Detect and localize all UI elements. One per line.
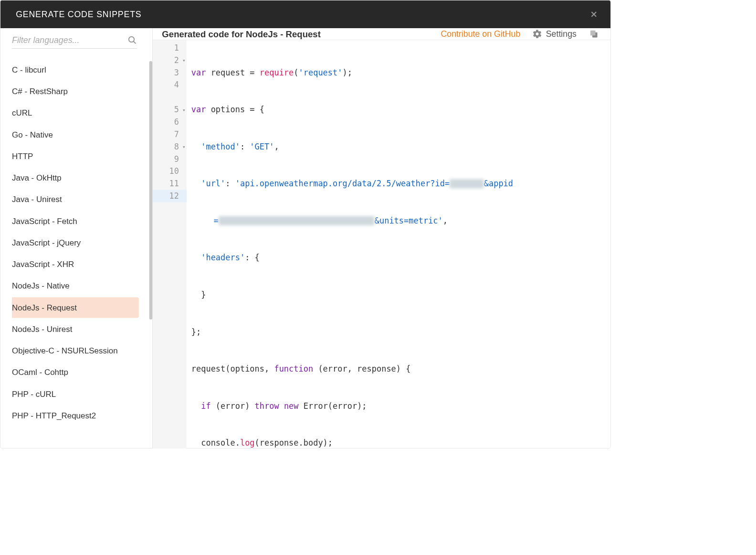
main-header: Generated code for NodeJs - Request Cont… <box>153 28 611 40</box>
code-area[interactable]: var request = require('request'); var op… <box>187 40 611 448</box>
gutter-line: 10 <box>153 165 187 178</box>
code-line: }; <box>191 326 611 338</box>
gutter-line: 2 <box>153 54 187 66</box>
language-item-selected[interactable]: NodeJs - Request <box>12 297 139 318</box>
gutter-line: 3 <box>153 66 187 79</box>
code-line: var request = require('request'); <box>191 66 611 79</box>
code-line: } <box>191 288 611 301</box>
modal-title: GENERATE CODE SNIPPETS <box>16 9 141 19</box>
gear-icon <box>532 29 542 39</box>
search-icon <box>127 35 136 44</box>
svg-rect-2 <box>590 31 596 36</box>
language-item[interactable]: C - libcurl <box>12 59 139 80</box>
main-panel: Generated code for NodeJs - Request Cont… <box>153 28 611 448</box>
settings-button[interactable]: Settings <box>532 29 577 39</box>
gutter-line: 7 <box>153 128 187 140</box>
modal-header: GENERATE CODE SNIPPETS <box>0 0 611 28</box>
language-item[interactable]: NodeJs - Unirest <box>12 319 139 340</box>
scrollbar-thumb[interactable] <box>149 61 152 320</box>
language-sidebar: C - libcurl C# - RestSharp cURL Go - Nat… <box>0 28 153 448</box>
close-icon <box>589 10 598 19</box>
code-line: if (error) throw new Error(error); <box>191 400 611 412</box>
language-item[interactable]: C# - RestSharp <box>12 81 139 102</box>
gutter-line: 9 <box>153 153 187 165</box>
copy-icon <box>589 29 598 38</box>
code-editor[interactable]: 1 2 3 4 5 6 7 8 9 10 11 12 var request =… <box>153 40 611 448</box>
language-item[interactable]: PHP - cURL <box>12 384 139 405</box>
search-input[interactable] <box>12 35 127 45</box>
search-wrap <box>12 35 137 49</box>
code-line: var options = { <box>191 104 611 116</box>
code-line: request(options, function (error, respon… <box>191 363 611 375</box>
gutter-line-current: 12 <box>153 190 187 203</box>
gutter-line: 6 <box>153 116 187 128</box>
code-line: 'headers': { <box>191 252 611 264</box>
gutter-line: 11 <box>153 178 187 190</box>
code-line-wrap: =XXXXXXXXXXXXXXXXXXXXXXXXXXXXXXXX&units=… <box>191 214 611 227</box>
sidebar-scrollbar[interactable] <box>149 61 152 354</box>
gutter: 1 2 3 4 5 6 7 8 9 10 11 12 <box>153 40 187 448</box>
language-item[interactable]: OCaml - Cohttp <box>12 362 139 383</box>
language-item[interactable]: JavaScript - Fetch <box>12 211 139 232</box>
language-item[interactable]: Objective-C - NSURLSession <box>12 341 139 362</box>
language-item[interactable]: JavaScript - XHR <box>12 254 139 275</box>
code-line: 'url': 'api.openweathermap.org/data/2.5/… <box>191 178 611 190</box>
language-item[interactable]: Go - Native <box>12 124 139 145</box>
language-item[interactable]: PHP - HTTP_Request2 <box>12 405 139 426</box>
language-list[interactable]: C - libcurl C# - RestSharp cURL Go - Nat… <box>12 52 149 448</box>
language-item[interactable]: Java - Unirest <box>12 189 139 210</box>
copy-button[interactable] <box>588 28 599 40</box>
language-item[interactable]: HTTP <box>12 146 139 167</box>
close-button[interactable] <box>588 9 599 20</box>
gutter-line: 8 <box>153 140 187 153</box>
settings-label: Settings <box>546 29 577 39</box>
language-item[interactable]: JavaScript - jQuery <box>12 232 139 253</box>
gutter-line: 4 <box>153 79 187 91</box>
contribute-github-link[interactable]: Contribute on GitHub <box>441 29 520 39</box>
code-line: 'method': 'GET', <box>191 140 611 153</box>
language-item[interactable]: NodeJs - Native <box>12 276 139 297</box>
language-item[interactable]: cURL <box>12 103 139 124</box>
gutter-line: 5 <box>153 104 187 116</box>
gutter-line-wrap <box>153 91 187 104</box>
language-item[interactable]: Java - OkHttp <box>12 168 139 189</box>
svg-point-0 <box>129 37 134 42</box>
code-line: console.log(response.body); <box>191 437 611 448</box>
generated-code-title: Generated code for NodeJs - Request <box>162 29 429 39</box>
gutter-line: 1 <box>153 42 187 54</box>
